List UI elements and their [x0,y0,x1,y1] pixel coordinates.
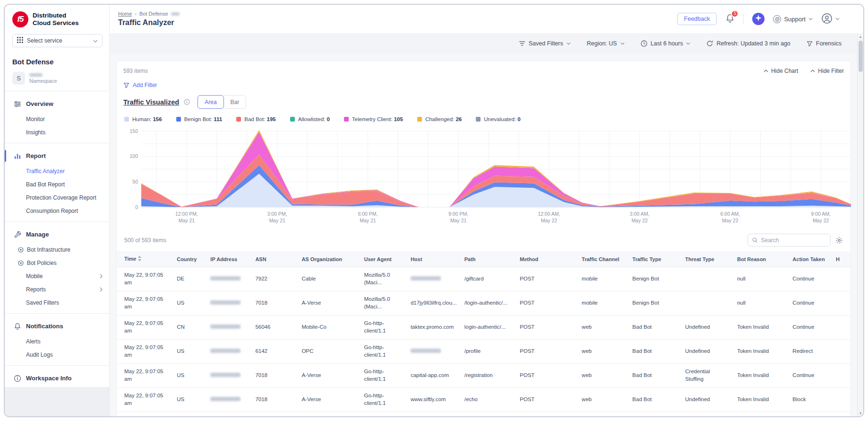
clock-icon [641,40,647,47]
table-cell [206,267,251,291]
hide-filter-button[interactable]: Hide Filter [810,68,844,74]
section-label: Overview [26,100,53,107]
sidebar-section-overview[interactable]: Overview [5,95,109,113]
select-service-dropdown[interactable]: Select service [12,34,103,47]
sidebar-item-bot-policies[interactable]: Bot Policies [5,256,109,270]
forensics-button[interactable]: Forensics [807,40,842,47]
sidebar-item-bad-bot-report[interactable]: Bad Bot Report [5,178,109,191]
legend-item-allowlisted[interactable]: Allowlisted: 0 [290,116,330,122]
svg-text:100: 100 [129,153,138,159]
saved-filters-dropdown[interactable]: Saved Filters [519,40,571,47]
table-row[interactable]: May 22, 9:07:05 amUS6142OPCGo-http-clien… [117,340,851,364]
sidebar-section-workspace[interactable]: Workspace Info [5,369,109,387]
svg-text:0: 0 [135,204,138,210]
sidebar-item-monitor[interactable]: Monitor [5,113,109,126]
time-range-dropdown[interactable]: Last 6 hours [641,40,691,47]
svg-text:May 22: May 22 [631,218,648,223]
region-dropdown[interactable]: Region: US [587,40,625,47]
ai-assistant-button[interactable] [752,13,765,25]
table-row-partial[interactable] [117,412,851,417]
table-cell [832,316,851,340]
notifications-bell-button[interactable]: 5 [725,13,735,25]
table-cell: POST [516,364,578,388]
column-header-time[interactable]: Time [117,251,173,267]
chart-title[interactable]: Traffic Visualized [123,98,179,106]
table-row[interactable]: May 22, 9:07:05 amUS7018A-VerseMozilla/5… [117,291,851,316]
sidebar-section-notifications[interactable]: Notifications [5,317,109,335]
sidebar-item-mobile[interactable]: Mobile [5,270,109,283]
feedback-button[interactable]: Feedback [677,13,717,25]
column-header-user-agent[interactable]: User Agent [360,251,406,267]
breadcrumb-home-link[interactable]: Home [118,11,132,17]
chart-view-toggle: Area Bar [198,95,246,109]
scroll-down-arrow[interactable]: ▼ [858,410,863,416]
legend-item-benign-bot[interactable]: Benign Bot: 111 [176,116,223,122]
sidebar-section-report[interactable]: Report [5,147,109,165]
legend-item-bad-bot[interactable]: Bad Bot: 195 [236,116,276,122]
section-label: Manage [26,231,49,238]
sidebar-item-saved-filters[interactable]: Saved Filters [5,296,109,309]
support-menu[interactable]: @ Support [773,15,813,23]
f5-logo-icon: f5 [12,11,28,27]
table-row[interactable]: May 22, 9:07:05 amUS7018A-VerseGo-http-c… [117,364,851,388]
table-cell [628,412,681,417]
item-label: Insights [26,129,45,136]
column-header-traffic-channel[interactable]: Traffic Channel [578,251,628,267]
legend-item-telemetry-client[interactable]: Telemetry Client: 105 [344,116,403,122]
column-header-bot-reason[interactable]: Bot Reason [733,251,789,267]
sidebar-item-traffic-analyzer[interactable]: Traffic Analyzer [5,165,109,178]
legend-item-challenged[interactable]: Challenged: 26 [417,116,462,122]
table-cell: 7018 [251,388,298,412]
scroll-up-arrow[interactable]: ▲ [858,33,863,40]
column-header-traffic-type[interactable]: Traffic Type [628,251,681,267]
namespace-selector[interactable]: S Namespace [5,68,109,91]
hide-chart-button[interactable]: Hide Chart [764,68,798,74]
redacted-value [210,349,241,353]
column-header-action-taken[interactable]: Action Taken [789,251,832,267]
table-cell [516,412,578,417]
bar-view-button[interactable]: Bar [224,95,247,109]
column-header-ip-address[interactable]: IP Address [206,251,251,267]
svg-text:3:00 PM,: 3:00 PM, [267,211,287,217]
area-view-button[interactable]: Area [198,95,223,109]
chevron-up-icon [810,70,815,72]
search-input[interactable] [761,237,826,244]
sidebar-item-bot-infrastructure[interactable]: Bot Infrastructure [5,243,109,256]
svg-text:May 22: May 22 [722,218,739,223]
table-cell [832,388,851,412]
table-cell: May 22, 9:07:05 am [117,291,173,316]
table-row[interactable]: May 22, 9:07:05 amDE7922CableMozilla/5.0… [117,267,851,291]
vertical-scrollbar[interactable]: ▲ ▼ [857,33,863,416]
legend-item-unevaluated[interactable]: Unevaluated: 0 [476,116,520,122]
sidebar-item-audit-logs[interactable]: Audit Logs [5,348,109,361]
table-row[interactable]: May 22, 9:07:05 amUS7018A-VerseGo-http-c… [117,388,851,412]
account-menu[interactable] [821,13,840,26]
add-filter-button[interactable]: Add Filter [123,82,157,88]
legend-swatch [344,117,349,122]
sidebar-item-insights[interactable]: Insights [5,126,109,139]
column-header-as-organization[interactable]: AS Organization [298,251,360,267]
column-header-host[interactable]: Host [407,251,461,267]
column-header-asn[interactable]: ASN [251,251,298,267]
sidebar-item-alerts[interactable]: Alerts [5,335,109,348]
namespace-name-redacted [29,73,43,77]
column-header-country[interactable]: Country [173,251,206,267]
sidebar-item-protection-coverage-report[interactable]: Protection Coverage Report [5,191,109,204]
column-header-h[interactable]: H [832,251,851,267]
refresh-button[interactable]: Refresh: Updated 3 min ago [706,40,790,47]
sidebar-item-consumption-report[interactable]: Consumption Report [5,204,109,218]
column-header-method[interactable]: Method [516,251,578,267]
table-settings-button[interactable] [835,237,843,244]
legend-item-human[interactable]: Human: 156 [124,116,162,122]
table-cell: web [578,340,628,364]
section-label: Workspace Info [26,375,72,382]
main-area: Home Bot Defense Traffic Analyzer Feedba… [110,5,863,416]
table-cell [407,340,461,364]
table-row[interactable]: May 22, 9:07:05 amCN56046Mobile-CoGo-htt… [117,316,851,340]
sidebar-section-manage[interactable]: Manage [5,226,109,243]
scrollbar-thumb[interactable] [859,41,863,72]
sidebar-item-reports[interactable]: Reports [5,283,109,296]
column-header-threat-type[interactable]: Threat Type [681,251,733,267]
brand[interactable]: f5 Distributed Cloud Services [5,5,109,32]
column-header-path[interactable]: Path [461,251,516,267]
